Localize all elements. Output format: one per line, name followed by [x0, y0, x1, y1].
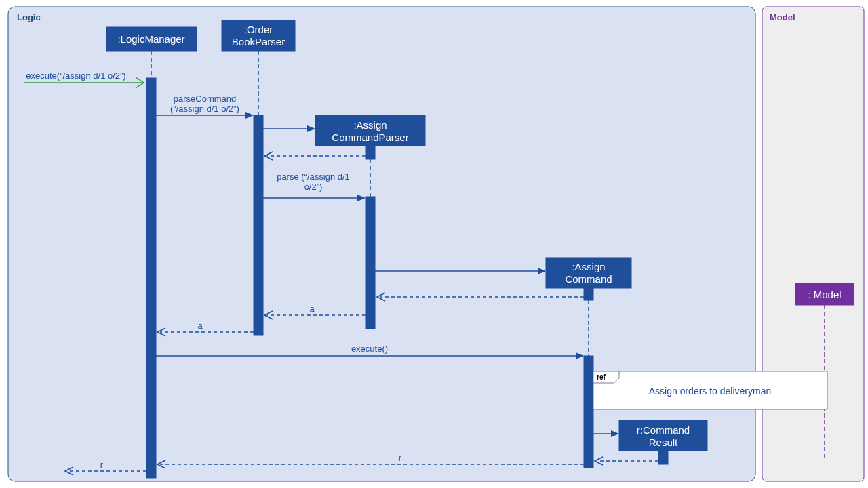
- model-frame: [762, 7, 864, 481]
- ref-tab-label: ref: [597, 373, 606, 381]
- label-return-r2: r: [100, 460, 104, 470]
- assign-command-parser-label1: :Assign: [353, 119, 387, 131]
- label-parse-command1: parseCommand: [174, 94, 237, 104]
- command-result-act: [658, 451, 668, 464]
- command-result-label2: Result: [649, 436, 678, 448]
- model-label: : Model: [808, 289, 841, 300]
- logic-manager-activation: [146, 78, 156, 478]
- logic-manager-label: :LogicManager: [117, 33, 184, 45]
- label-parse1: parse (“/assign d/1: [277, 171, 350, 182]
- assign-command-label2: Command: [565, 273, 612, 285]
- label-execute-in: execute(“/assign d/1 o/2”): [26, 70, 125, 81]
- label-return-a2: a: [197, 321, 203, 331]
- ref-text: Assign orders to deliveryman: [649, 386, 772, 396]
- label-return-a1: a: [309, 304, 315, 314]
- assign-command-parser-act1: [366, 146, 375, 159]
- assign-command-act0: [584, 288, 593, 300]
- assign-command-parser-label2: CommandParser: [332, 131, 408, 143]
- assign-command-parser-act2: [366, 197, 375, 329]
- logic-frame-label: Logic: [17, 12, 41, 22]
- sequence-diagram: Logic Model :LogicManager :Order BookPar…: [0, 0, 868, 488]
- model-frame-label: Model: [770, 12, 795, 22]
- label-return-r1: r: [399, 453, 402, 463]
- label-parse-command2: (“/assign d/1 o/2”): [170, 104, 239, 114]
- label-parse2: o/2”): [304, 182, 323, 192]
- label-execute: execute(): [351, 344, 388, 354]
- order-book-parser-label2: BookParser: [232, 36, 285, 47]
- command-result-label1: r:Command: [637, 424, 690, 436]
- order-book-parser-activation: [254, 115, 263, 336]
- assign-command-act1: [584, 356, 593, 468]
- order-book-parser-label1: :Order: [244, 24, 273, 35]
- assign-command-label1: :Assign: [572, 261, 605, 272]
